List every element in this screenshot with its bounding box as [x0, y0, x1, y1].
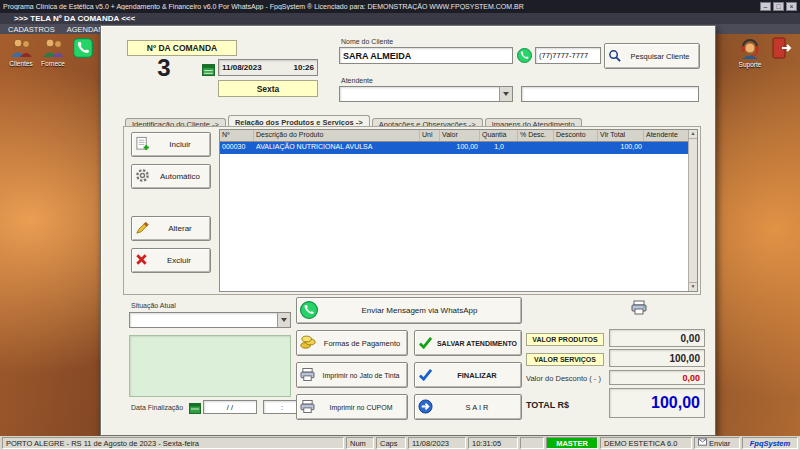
total-value: 100,00	[609, 388, 705, 418]
situacao-label: Situação Atual	[131, 302, 176, 309]
client-name-label: Nome do Cliente	[341, 38, 393, 45]
search-client-label: Pesquisar Cliente	[624, 52, 696, 61]
status-enviar-label: Enviar	[709, 439, 730, 448]
printer-icon	[300, 400, 315, 415]
whatsapp-phone-icon[interactable]	[517, 48, 532, 67]
comanda-time: 10:26	[294, 63, 314, 72]
salvar-atendimento-button[interactable]: SALVAR ATENDIMENTO	[414, 330, 522, 356]
attendant-label: Atendente	[341, 77, 373, 84]
cell-atendente	[644, 142, 690, 154]
imprimir-jato-button[interactable]: Imprimir no Jato de Tinta	[296, 362, 408, 388]
gear-icon	[135, 168, 150, 185]
clients-icon	[9, 53, 33, 60]
search-client-button[interactable]: Pesquisar Cliente	[604, 43, 700, 69]
valor-servicos-label: VALOR SERVIÇOS	[526, 353, 604, 366]
products-grid: Nº Descrição do Produto Uni Valor Quanti…	[219, 129, 698, 292]
toolbar-exit-button[interactable]	[770, 36, 794, 61]
sair-label: S A I R	[436, 403, 518, 412]
excluir-button[interactable]: Excluir	[131, 248, 211, 273]
toolbar-clientes-label: Clientes	[6, 60, 36, 67]
minimize-button[interactable]: –	[760, 2, 771, 11]
desconto-value: 0,00	[609, 370, 705, 385]
calendar-icon	[202, 62, 215, 80]
statusbar: PORTO ALEGRE - RS 11 de Agosto de 2023 -…	[0, 436, 800, 450]
situacao-status-panel	[129, 335, 291, 397]
attendant-extra-field[interactable]	[521, 86, 699, 102]
client-phone-field[interactable]: (77)7777-7777	[535, 47, 601, 64]
close-button[interactable]: ×	[786, 2, 797, 11]
attendant-combobox[interactable]	[339, 86, 513, 102]
cell-desconto	[554, 142, 598, 154]
col-uni: Uni	[420, 130, 440, 141]
col-numero: Nº	[220, 130, 254, 141]
finalizar-button[interactable]: FINALIZAR	[414, 362, 522, 388]
toolbar-suporte-button[interactable]: Suporte	[735, 36, 765, 68]
finalizacao-date-field[interactable]: / /	[203, 400, 257, 414]
status-location-date: PORTO ALEGRE - RS 11 de Agosto de 2023 -…	[2, 437, 344, 449]
toolbar-clientes-button[interactable]: Clientes	[6, 37, 36, 67]
cell-uni	[420, 142, 440, 154]
alterar-button[interactable]: Alterar	[131, 216, 211, 241]
col-atendente: Atendente	[644, 130, 690, 141]
status-company: DEMO ESTETICA 6.0	[600, 437, 692, 449]
incluir-button[interactable]: Incluir	[131, 132, 211, 157]
send-icon	[698, 438, 707, 448]
alterar-label: Alterar	[153, 224, 207, 233]
send-whatsapp-button[interactable]: Enviar Mensagem via WhatsApp	[296, 297, 522, 324]
cell-vlr-total: 100,00	[598, 142, 644, 154]
salvar-atendimento-label: SALVAR ATENDIMENTO	[436, 340, 518, 347]
grid-empty-area	[220, 154, 697, 291]
col-desconto: Desconto	[554, 130, 598, 141]
cell-quantia: 1,0	[480, 142, 518, 154]
status-brand: FpqSystem	[742, 437, 798, 449]
excluir-label: Excluir	[151, 256, 207, 265]
exit-arrow-icon	[418, 399, 433, 416]
menu-cadastros[interactable]: CADASTROS	[8, 25, 55, 34]
grid-selected-row[interactable]: 000030 AVALIAÇÃO NUTRICIONAL AVULSA 100,…	[220, 142, 697, 154]
grid-header-row: Nº Descrição do Produto Uni Valor Quanti…	[220, 130, 697, 142]
blue-check-icon	[418, 368, 433, 383]
window-titlebar: Programa Clínica de Estética v5.0 + Agen…	[0, 0, 800, 13]
incluir-label: Incluir	[153, 140, 207, 149]
cell-descricao: AVALIAÇÃO NUTRICIONAL AVULSA	[254, 142, 420, 154]
toolbar-whatsapp-button[interactable]	[71, 38, 95, 59]
formas-pagamento-label: Formas de Pagamento	[320, 339, 404, 348]
green-check-icon	[418, 336, 433, 351]
sair-button[interactable]: S A I R	[414, 394, 522, 420]
cell-perc-desc	[518, 142, 554, 154]
calendar-icon	[189, 400, 201, 418]
col-descricao: Descrição do Produto	[254, 130, 420, 141]
col-perc-desc: % Desc.	[518, 130, 554, 141]
toolbar-fornecedores-button[interactable]: Fornece	[38, 37, 68, 67]
finalizar-label: FINALIZAR	[436, 371, 518, 380]
printer-icon[interactable]	[631, 300, 647, 319]
status-user: MASTER	[546, 437, 598, 449]
status-numlock: Num	[346, 437, 374, 449]
tela-tabstrip[interactable]: >>> TELA Nº DA COMANDA <<<	[0, 13, 800, 24]
comanda-datetime-field[interactable]: 11/08/2023 10:26	[218, 59, 318, 76]
whatsapp-icon	[73, 52, 93, 59]
status-enviar-button[interactable]: Enviar	[694, 437, 740, 449]
situacao-combobox[interactable]	[129, 312, 291, 328]
col-quantia: Quantia	[480, 130, 518, 141]
valor-servicos-value: 100,00	[609, 349, 705, 367]
imprimir-cupom-button[interactable]: Imprimir no CUPOM	[296, 394, 408, 420]
maximize-button[interactable]: □	[773, 2, 784, 11]
grid-vertical-scrollbar[interactable]: ▲ ▼	[688, 130, 697, 291]
chevron-down-icon[interactable]	[499, 87, 512, 101]
send-whatsapp-label: Enviar Mensagem via WhatsApp	[321, 306, 518, 315]
automatico-button[interactable]: Automático	[131, 164, 211, 189]
client-name-input[interactable]: SARA ALMEIDA	[339, 47, 513, 64]
chevron-down-icon[interactable]	[277, 313, 290, 327]
status-capslock: Caps	[376, 437, 406, 449]
window-title: Programa Clínica de Estética v5.0 + Agen…	[3, 3, 758, 10]
status-date: 11/08/2023	[408, 437, 466, 449]
col-vlr-total: Vlr Total	[598, 130, 644, 141]
formas-pagamento-button[interactable]: Formas de Pagamento	[296, 330, 408, 356]
printer-icon	[300, 368, 315, 383]
comanda-number-value: 3	[141, 54, 187, 84]
tela-tab-label: >>> TELA Nº DA COMANDA <<<	[14, 14, 135, 23]
imprimir-jato-label: Imprimir no Jato de Tinta	[318, 372, 404, 379]
whatsapp-icon	[300, 301, 318, 321]
imprimir-cupom-label: Imprimir no CUPOM	[318, 404, 404, 411]
